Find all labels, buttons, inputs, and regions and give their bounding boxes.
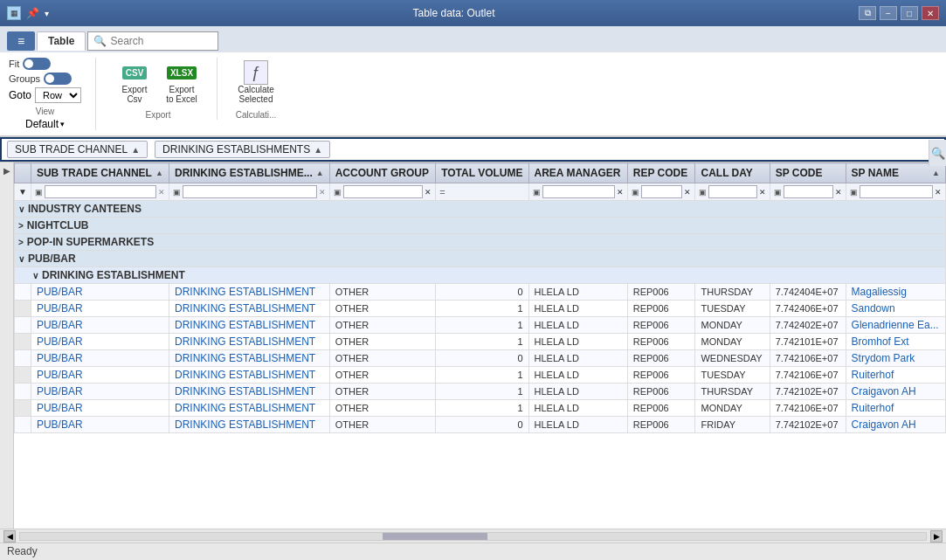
cell-total-volume: 1 xyxy=(436,317,528,334)
horizontal-scrollbar[interactable]: ◀ ▶ xyxy=(0,529,946,543)
group-expand-icon[interactable]: ∨ xyxy=(18,204,24,214)
ribbon-container: ≡ Table 🔍 Fit Groups xyxy=(0,26,946,137)
cell-total-volume: 0 xyxy=(436,417,528,433)
group-expand-icon[interactable]: ∨ xyxy=(18,254,24,264)
th-account-group[interactable]: ACCOUNT GROUP xyxy=(329,163,435,183)
default-dropdown[interactable]: Default ▾ xyxy=(25,118,65,130)
table-container[interactable]: SUB TRADE CHANNEL ▲ DRINKING ESTABLISHME… xyxy=(14,162,946,529)
cell-sp-code: 7.742106E+07 xyxy=(770,350,846,367)
restore-down-button[interactable]: ⧉ xyxy=(859,6,876,20)
th-sp-code[interactable]: SP CODE xyxy=(770,163,846,183)
groups-toggle[interactable] xyxy=(44,73,72,85)
scroll-left-arrow[interactable]: ◀ xyxy=(3,530,16,543)
toolbar-calculate-group: ƒ Calculate Selected Calculati... xyxy=(235,58,291,120)
filter-sp-name-input[interactable] xyxy=(860,185,933,198)
th-row-num xyxy=(15,163,31,183)
fit-row: Fit xyxy=(9,58,81,70)
filter-rep-code-icon: ▣ xyxy=(632,188,639,197)
search-input[interactable] xyxy=(110,35,215,47)
filter-spname-clear[interactable]: ✕ xyxy=(935,188,942,197)
filter-spcode-clear[interactable]: ✕ xyxy=(835,188,842,197)
filter-account-group-input[interactable] xyxy=(343,185,423,198)
expand-all-icon[interactable]: ▶ xyxy=(3,166,10,176)
filter-drinking-input[interactable] xyxy=(183,185,317,198)
drinking-establishments-filter[interactable]: DRINKING ESTABLISHMENTS ▲ xyxy=(155,141,330,158)
filter-total-volume: = xyxy=(436,183,528,201)
table-row[interactable]: PUB/BAR DRINKING ESTABLISHMENT OTHER 1 H… xyxy=(15,384,946,400)
right-panel-search[interactable]: 🔍 xyxy=(929,162,946,166)
goto-select[interactable]: Row xyxy=(35,87,81,103)
th-rep-code[interactable]: REP CODE xyxy=(627,163,695,183)
fit-toggle[interactable] xyxy=(23,58,51,70)
ribbon-search-box[interactable]: 🔍 xyxy=(87,31,218,51)
filter-sp-code-input[interactable] xyxy=(784,185,833,198)
table-row[interactable]: PUB/BAR DRINKING ESTABLISHMENT OTHER 1 H… xyxy=(15,367,946,384)
table-group-row[interactable]: ∨DRINKING ESTABLISHMENT xyxy=(15,267,946,284)
filter-sub-trade-clear[interactable]: ✕ xyxy=(158,188,165,197)
th-area-manager[interactable]: AREA MANAGER xyxy=(528,163,627,183)
table-row[interactable]: PUB/BAR DRINKING ESTABLISHMENT OTHER 0 H… xyxy=(15,350,946,367)
view-controls: Fit Groups Goto Row xyxy=(9,58,81,103)
table-row[interactable]: PUB/BAR DRINKING ESTABLISHMENT OTHER 0 H… xyxy=(15,417,946,433)
th-call-day[interactable]: CALL DAY xyxy=(695,163,770,183)
group-expand-icon[interactable]: > xyxy=(18,221,24,231)
table-row[interactable]: PUB/BAR DRINKING ESTABLISHMENT OTHER 1 H… xyxy=(15,334,946,350)
cell-sp-name: Craigavon AH xyxy=(846,417,945,433)
filter-rep-clear[interactable]: ✕ xyxy=(684,188,691,197)
group-label: PUB/BAR xyxy=(28,252,76,265)
th-sp-name-sort-icon: ▲ xyxy=(932,169,940,177)
th-drinking-establishment[interactable]: DRINKING ESTABLISHME... ▲ xyxy=(169,163,330,183)
maximize-button[interactable]: □ xyxy=(901,6,918,20)
cell-call-day: FRIDAY xyxy=(695,417,770,433)
export-excel-button[interactable]: XLSX Export to Excel xyxy=(161,58,203,107)
group-expand-icon[interactable]: ∨ xyxy=(32,271,38,280)
table-group-row[interactable]: ∨PUB/BAR xyxy=(15,251,946,267)
search-icon: 🔍 xyxy=(93,35,107,47)
ribbon-menu-button[interactable]: ≡ xyxy=(7,31,35,51)
filter-rep-code-input[interactable] xyxy=(641,185,683,198)
minimize-button[interactable]: − xyxy=(880,6,897,20)
tab-table[interactable]: Table xyxy=(37,31,86,51)
table-group-row[interactable]: ∨INDUSTRY CANTEENS xyxy=(15,201,946,218)
export-csv-label: Export Csv xyxy=(122,85,148,104)
status-bar: Ready xyxy=(0,543,946,560)
close-button[interactable]: ✕ xyxy=(922,6,939,20)
th-sub-trade-channel[interactable]: SUB TRADE CHANNEL ▲ xyxy=(31,163,169,183)
filter-area-clear[interactable]: ✕ xyxy=(617,188,624,197)
table-row[interactable]: PUB/BAR DRINKING ESTABLISHMENT OTHER 1 H… xyxy=(15,400,946,417)
table-row[interactable]: PUB/BAR DRINKING ESTABLISHMENT OTHER 1 H… xyxy=(15,301,946,317)
cell-sub-trade: PUB/BAR xyxy=(31,350,169,367)
cell-sub-trade: PUB/BAR xyxy=(31,367,169,384)
cell-account-group: OTHER xyxy=(329,417,435,433)
group-label: DRINKING ESTABLISHMENT xyxy=(42,269,185,281)
filter-callday-clear[interactable]: ✕ xyxy=(759,188,766,197)
filter-account-clear[interactable]: ✕ xyxy=(425,188,432,197)
export-excel-label: Export to Excel xyxy=(166,85,197,104)
cell-sub-trade: PUB/BAR xyxy=(31,417,169,433)
toolbar-export-group: CSV Export Csv XLSX Export to Excel Expo… xyxy=(114,58,218,120)
th-sp-name-label: SP NAME xyxy=(852,167,899,179)
filter-area-manager-input[interactable] xyxy=(542,185,615,198)
table-group-row[interactable]: >NIGHTCLUB xyxy=(15,218,946,234)
filter-drinking-clear[interactable]: ✕ xyxy=(319,188,326,197)
cell-area-manager: HLELA LD xyxy=(528,317,627,334)
row-num-cell xyxy=(15,301,31,317)
table-row[interactable]: PUB/BAR DRINKING ESTABLISHMENT OTHER 1 H… xyxy=(15,317,946,334)
cell-drinking: DRINKING ESTABLISHMENT xyxy=(169,384,330,400)
table-row[interactable]: PUB/BAR DRINKING ESTABLISHMENT OTHER 0 H… xyxy=(15,284,946,301)
filter-sub-trade-input[interactable] xyxy=(45,185,156,198)
export-csv-button[interactable]: CSV Export Csv xyxy=(114,58,155,107)
filter-call-day-input[interactable] xyxy=(708,185,756,198)
th-total-volume[interactable]: TOTAL VOLUME xyxy=(436,163,528,183)
fit-label: Fit xyxy=(9,59,19,69)
table-group-row[interactable]: >POP-IN SUPERMARKETS xyxy=(15,234,946,251)
goto-label: Goto xyxy=(9,89,31,101)
scroll-right-arrow[interactable]: ▶ xyxy=(930,530,943,543)
cell-rep-code: REP006 xyxy=(627,284,695,301)
scroll-track[interactable] xyxy=(19,532,927,541)
sub-trade-channel-filter[interactable]: SUB TRADE CHANNEL ▲ xyxy=(7,141,148,158)
scroll-thumb[interactable] xyxy=(383,533,487,540)
calculate-selected-button[interactable]: ƒ Calculate Selected xyxy=(235,58,277,107)
filter-sp-code-icon: ▣ xyxy=(774,188,782,197)
group-expand-icon[interactable]: > xyxy=(18,238,24,247)
